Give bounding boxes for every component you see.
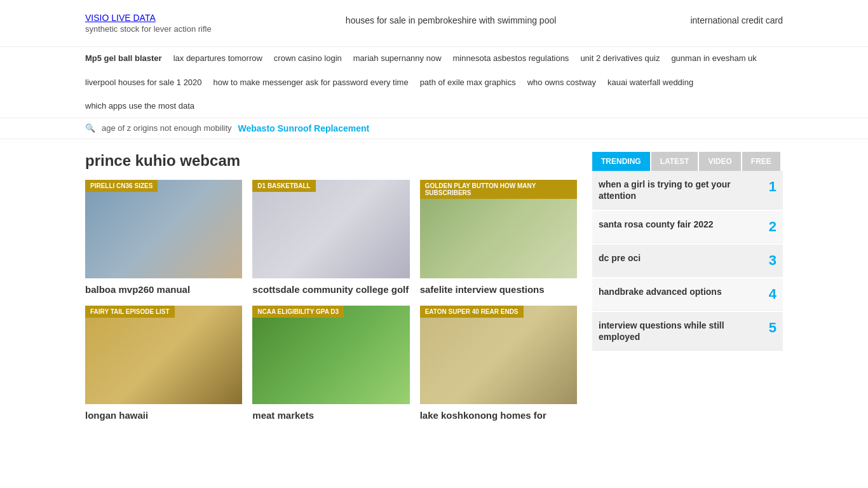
card: GOLDEN PLAY BUTTON HOW MANY SUBSCRIBERS … xyxy=(420,180,577,296)
header-search-center: houses for sale in pembrokeshire with sw… xyxy=(346,15,556,25)
card-image xyxy=(252,180,409,278)
trending-item[interactable]: interview questions while still employed… xyxy=(592,312,783,351)
card-title[interactable]: safelite interview questions xyxy=(420,283,577,296)
trending-item[interactable]: handbrake advanced options 4 xyxy=(592,278,783,311)
card-badge: NCAA ELIGIBILITY GPA D3 xyxy=(252,306,344,318)
nav-links: Mp5 gel ball blasterlax departures tomor… xyxy=(85,52,783,112)
card-image-wrap[interactable]: EATON SUPER 40 REAR ENDS xyxy=(420,306,577,404)
main-content: prince kuhio webcam PIRELLI CN36 SIZES b… xyxy=(0,139,868,435)
card-image xyxy=(85,180,242,278)
content-right: TRENDINGLATESTVIDEOFREE when a girl is t… xyxy=(592,152,783,422)
logo-area: VISIO LIVE DATA synthetic stock for leve… xyxy=(85,13,212,34)
trending-item[interactable]: santa rosa county fair 2022 2 xyxy=(592,211,783,243)
card-badge: EATON SUPER 40 REAR ENDS xyxy=(420,306,524,318)
trending-tabs: TRENDINGLATESTVIDEOFREE xyxy=(592,152,783,171)
search-bar-row: 🔍 age of z origins not enough mobility W… xyxy=(0,118,868,139)
trending-list: when a girl is trying to get your attent… xyxy=(592,171,783,351)
page-title: prince kuhio webcam xyxy=(85,152,577,170)
search-icon: 🔍 xyxy=(85,123,95,133)
trending-item[interactable]: dc pre oci 3 xyxy=(592,245,783,277)
trending-rank: 2 xyxy=(757,219,776,235)
trending-item[interactable]: when a girl is trying to get your attent… xyxy=(592,171,783,210)
header-search-right: international credit card xyxy=(690,15,783,25)
trending-rank: 1 xyxy=(757,179,776,195)
trending-text: interview questions while still employed xyxy=(599,320,757,342)
nav-link[interactable]: mariah supernanny now xyxy=(353,52,442,65)
card-image-wrap[interactable]: D1 BASKETBALL xyxy=(252,180,409,278)
nav-area: Mp5 gel ball blasterlax departures tomor… xyxy=(0,46,868,118)
card: EATON SUPER 40 REAR ENDS lake koshkonong… xyxy=(420,306,577,422)
card-title[interactable]: lake koshkonong homes for xyxy=(420,409,577,422)
trending-tab-latest[interactable]: LATEST xyxy=(651,152,698,171)
nav-link[interactable]: liverpool houses for sale 1 2020 xyxy=(85,76,202,89)
nav-link[interactable]: how to make messenger ask for password e… xyxy=(214,76,409,89)
trending-text: dc pre oci xyxy=(599,252,757,264)
card-badge: D1 BASKETBALL xyxy=(252,180,315,192)
card-badge: PIRELLI CN36 SIZES xyxy=(85,180,158,192)
trending-text: handbrake advanced options xyxy=(599,286,757,297)
trending-tab-video[interactable]: VIDEO xyxy=(699,152,740,171)
nav-link[interactable]: kauai waterfall wedding xyxy=(607,76,693,89)
nav-link[interactable]: gunman in evesham uk xyxy=(671,52,756,65)
trending-rank: 4 xyxy=(757,286,776,302)
card: PIRELLI CN36 SIZES balboa mvp260 manual xyxy=(85,180,242,296)
nav-link[interactable]: which apps use the most data xyxy=(85,100,194,112)
trending-text: when a girl is trying to get your attent… xyxy=(599,179,757,201)
cards-grid: PIRELLI CN36 SIZES balboa mvp260 manual … xyxy=(85,180,577,422)
nav-link[interactable]: crown casino login xyxy=(274,52,342,65)
card-title[interactable]: scottsdale community college golf xyxy=(252,283,409,296)
card-image xyxy=(85,306,242,404)
header: VISIO LIVE DATA synthetic stock for leve… xyxy=(0,0,868,46)
card-image-wrap[interactable]: FAIRY TAIL EPISODE LIST xyxy=(85,306,242,404)
card-badge: FAIRY TAIL EPISODE LIST xyxy=(85,306,175,318)
nav-link[interactable]: path of exile max graphics xyxy=(420,76,516,89)
trending-text: santa rosa county fair 2022 xyxy=(599,219,757,230)
logo-link[interactable]: VISIO LIVE DATA xyxy=(85,13,156,23)
nav-link[interactable]: minnesota asbestos regulations xyxy=(453,52,569,65)
nav-link[interactable]: unit 2 derivatives quiz xyxy=(580,52,660,65)
card-image-wrap[interactable]: GOLDEN PLAY BUTTON HOW MANY SUBSCRIBERS xyxy=(420,180,577,278)
sponsored-link[interactable]: Webasto Sunroof Replacement xyxy=(238,123,370,133)
card-title[interactable]: longan hawaii xyxy=(85,409,242,422)
content-left: prince kuhio webcam PIRELLI CN36 SIZES b… xyxy=(85,152,577,422)
card-image-wrap[interactable]: NCAA ELIGIBILITY GPA D3 xyxy=(252,306,409,404)
card-title[interactable]: balboa mvp260 manual xyxy=(85,283,242,296)
card-badge: GOLDEN PLAY BUTTON HOW MANY SUBSCRIBERS xyxy=(420,180,577,199)
card: NCAA ELIGIBILITY GPA D3 meat markets xyxy=(252,306,409,422)
card-image xyxy=(252,306,409,404)
trending-rank: 3 xyxy=(757,252,776,269)
nav-link[interactable]: Mp5 gel ball blaster xyxy=(85,52,162,65)
trending-rank: 5 xyxy=(757,320,776,336)
search-query-text: age of z origins not enough mobility xyxy=(102,123,232,133)
nav-link[interactable]: who owns costway xyxy=(527,76,596,89)
tagline: synthetic stock for lever action rifle xyxy=(85,24,212,34)
logo[interactable]: VISIO LIVE DATA xyxy=(85,13,212,23)
nav-link[interactable]: lax departures tomorrow xyxy=(173,52,262,65)
trending-tab-trending[interactable]: TRENDING xyxy=(592,152,650,171)
card: D1 BASKETBALL scottsdale community colle… xyxy=(252,180,409,296)
card-title[interactable]: meat markets xyxy=(252,409,409,422)
card-image-wrap[interactable]: PIRELLI CN36 SIZES xyxy=(85,180,242,278)
trending-tab-free[interactable]: FREE xyxy=(742,152,780,171)
card: FAIRY TAIL EPISODE LIST longan hawaii xyxy=(85,306,242,422)
card-image xyxy=(420,306,577,404)
